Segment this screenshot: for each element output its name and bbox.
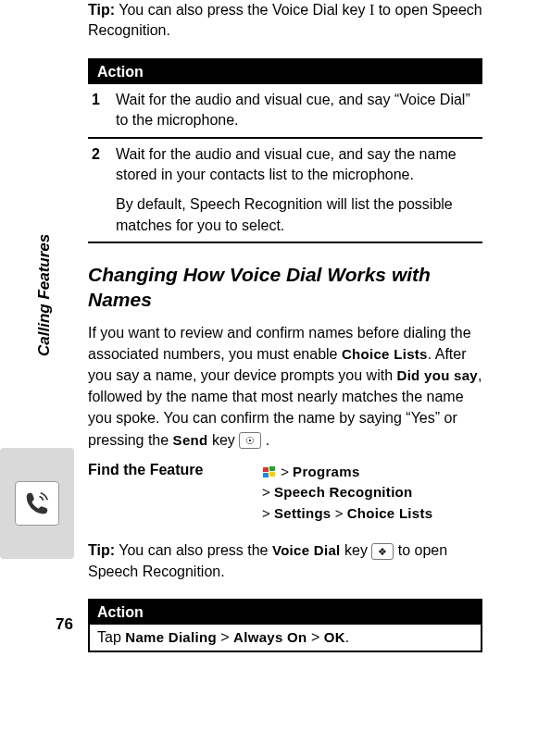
tip-text-a: You can also press the Voice Dial key xyxy=(119,2,365,18)
svg-rect-1 xyxy=(269,466,275,471)
send-key-icon: ☉ xyxy=(239,432,261,449)
period: . xyxy=(345,629,349,645)
ui-term-always-on: Always On xyxy=(233,629,307,645)
phone-icon xyxy=(15,481,59,526)
breadcrumb-sep: > xyxy=(335,505,344,521)
find-feature-path: > Programs > Speech Recognition > Settin… xyxy=(262,462,432,525)
step-text-sub: By default, Speech Recognition will list… xyxy=(116,194,479,236)
tap-label: Tap xyxy=(97,629,125,645)
breadcrumb-sep: > xyxy=(307,629,324,645)
ui-term-did-you-say: Did you say xyxy=(397,367,479,383)
tip-1: Tip: You can also press the Voice Dial k… xyxy=(88,0,482,42)
action-table-2: Action Tap Name Dialing > Always On > OK… xyxy=(88,599,482,652)
action-table-header: Action xyxy=(89,600,482,625)
table-row: 1 Wait for the audio and visual cue, and… xyxy=(88,84,482,138)
voice-dial-key-glyph: I xyxy=(369,2,374,18)
para-frag: . xyxy=(261,432,269,448)
path-choice-lists: Choice Lists xyxy=(347,505,433,521)
tip-text-a: You can also press the xyxy=(119,542,272,558)
sidebar-phone-graphic xyxy=(0,448,74,559)
svg-rect-0 xyxy=(263,467,269,472)
ui-term-ok: OK xyxy=(324,629,345,645)
path-settings: Settings xyxy=(274,505,332,521)
step-number: 1 xyxy=(88,84,112,138)
find-the-feature: Find the Feature > Programs > Speech Rec… xyxy=(88,462,482,525)
windows-flag-icon xyxy=(262,465,277,480)
path-programs: Programs xyxy=(293,464,359,479)
ui-term-name-dialing: Name Dialing xyxy=(125,629,217,645)
tip-label: Tip: xyxy=(88,542,115,558)
tip-label: Tip: xyxy=(88,2,115,18)
svg-rect-2 xyxy=(263,473,269,477)
action-table-1: Action 1 Wait for the audio and visual c… xyxy=(88,58,482,243)
para-frag: key xyxy=(207,432,239,448)
ui-term-choice-lists: Choice Lists xyxy=(342,346,428,362)
path-speech-recognition: Speech Recognition xyxy=(274,484,413,500)
sidebar-section-label: Calling Features xyxy=(35,234,54,356)
breadcrumb-sep: > xyxy=(262,484,270,500)
table-row: 2 Wait for the audio and visual cue, and… xyxy=(88,138,482,243)
action-row: Tap Name Dialing > Always On > OK. xyxy=(89,625,482,651)
ui-term-voice-dial: Voice Dial xyxy=(272,542,341,558)
step-number: 2 xyxy=(88,138,112,243)
step-text: Wait for the audio and visual cue, and s… xyxy=(112,84,482,138)
find-feature-label: Find the Feature xyxy=(88,462,245,478)
breadcrumb-sep: > xyxy=(262,505,270,521)
page-number: 76 xyxy=(56,615,73,634)
section-heading: Changing How Voice Dial Works with Names xyxy=(88,262,482,313)
breadcrumb-sep: > xyxy=(217,629,233,645)
handset-icon xyxy=(23,490,51,517)
step-text-main: Wait for the audio and visual cue, and s… xyxy=(116,144,479,186)
ui-term-send: Send xyxy=(173,432,208,448)
svg-rect-3 xyxy=(269,472,275,477)
step-text: Wait for the audio and visual cue, and s… xyxy=(112,138,482,243)
tip-2: Tip: You can also press the Voice Dial k… xyxy=(88,540,482,582)
tip-text-b: key xyxy=(341,542,372,558)
action-table-header: Action xyxy=(88,59,482,84)
breadcrumb-sep: > xyxy=(281,464,289,479)
voice-dial-key-icon: ❖ xyxy=(371,543,394,560)
section-paragraph: If you want to review and confirm names … xyxy=(88,322,482,451)
